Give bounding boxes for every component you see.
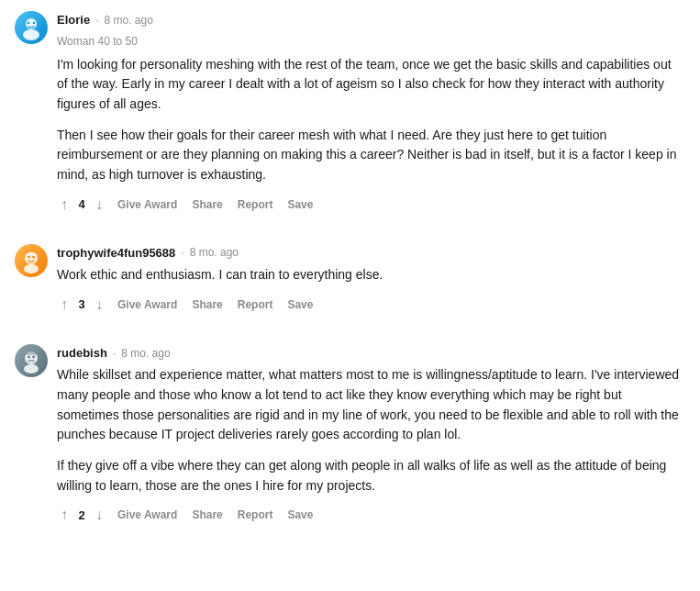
svg-point-4 [25,251,38,264]
svg-point-5 [28,255,30,258]
give-award-button-trophywife[interactable]: Give Award [114,296,181,313]
flair-elorie: Woman 40 to 50 [57,33,685,50]
username-rudebish: rudebish [57,344,107,362]
upvote-button-elorie[interactable] [57,195,72,215]
svg-point-3 [33,22,35,24]
report-button-trophywife[interactable]: Report [234,296,277,313]
upvote-button-trophywife[interactable] [57,295,72,315]
timestamp-rudebish: 8 mo. ago [121,345,170,362]
svg-point-6 [32,255,35,258]
comment-meta-elorie: Elorie · 8 mo. ago [57,11,685,29]
upvote-icon-trophywife [61,296,68,313]
downvote-icon-elorie [95,196,103,213]
comment-rudebish: rudebish · 8 mo. ago While skillset and … [15,344,685,533]
downvote-button-rudebish[interactable] [92,505,106,525]
save-button-trophywife[interactable]: Save [283,296,317,313]
comment-body-elorie: Elorie · 8 mo. ago Woman 40 to 50 I'm lo… [57,11,685,215]
vote-section-rudebish: 2 [57,505,106,525]
comment-text-elorie: I'm looking for personality meshing with… [57,55,685,185]
avatar-trophywife [15,244,48,277]
report-button-rudebish[interactable]: Report [234,507,277,523]
vote-section-elorie: 4 [57,195,106,215]
share-button-trophywife[interactable]: Share [188,296,226,313]
vote-count-elorie: 4 [75,195,88,214]
share-button-elorie[interactable]: Share [188,196,226,213]
timestamp-elorie: 8 mo. ago [104,12,152,28]
downvote-button-trophywife[interactable] [92,295,106,315]
upvote-icon-rudebish [61,507,68,523]
upvote-button-rudebish[interactable] [57,505,72,525]
comment-text-rudebish: While skillset and experience matter, wh… [57,365,685,496]
svg-point-9 [28,356,30,359]
action-bar-elorie: 4 Give Award Share Report Save [57,195,685,215]
share-button-rudebish[interactable]: Share [188,507,226,523]
svg-point-7 [24,264,39,273]
svg-point-11 [24,364,39,374]
upvote-icon-elorie [61,196,68,213]
comment-body-rudebish: rudebish · 8 mo. ago While skillset and … [57,344,685,526]
username-elorie: Elorie [57,11,90,29]
comment-text-trophywife: Work ethic and enthusiasm. I can train t… [57,265,685,285]
comment-body-trophywife: trophywife4fun95688 · 8 mo. ago Work eth… [57,244,685,315]
comment-meta-rudebish: rudebish · 8 mo. ago [57,344,685,362]
save-button-elorie[interactable]: Save [283,196,317,213]
save-button-rudebish[interactable]: Save [283,507,317,523]
comment-trophywife: trophywife4fun95688 · 8 mo. ago Work eth… [15,244,685,322]
downvote-icon-trophywife [95,296,103,313]
downvote-icon-rudebish [95,507,103,523]
vote-count-trophywife: 3 [75,296,88,314]
action-bar-trophywife: 3 Give Award Share Report Save [57,295,685,315]
username-trophywife: trophywife4fun95688 [57,244,175,262]
action-bar-rudebish: 2 Give Award Share Report Save [57,505,685,525]
give-award-button-rudebish[interactable]: Give Award [114,507,181,523]
comment-elorie: Elorie · 8 mo. ago Woman 40 to 50 I'm lo… [15,11,685,222]
timestamp-trophywife: 8 mo. ago [190,244,239,261]
downvote-button-elorie[interactable] [92,195,106,215]
vote-section-trophywife: 3 [57,295,106,315]
report-button-elorie[interactable]: Report [234,196,277,213]
avatar-rudebish [15,344,48,377]
vote-count-rudebish: 2 [75,507,88,525]
svg-point-10 [32,356,35,359]
svg-point-2 [28,22,29,24]
avatar-elorie [15,11,48,44]
svg-point-1 [23,29,39,40]
comment-meta-trophywife: trophywife4fun95688 · 8 mo. ago [57,244,685,262]
give-award-button-elorie[interactable]: Give Award [114,196,181,213]
